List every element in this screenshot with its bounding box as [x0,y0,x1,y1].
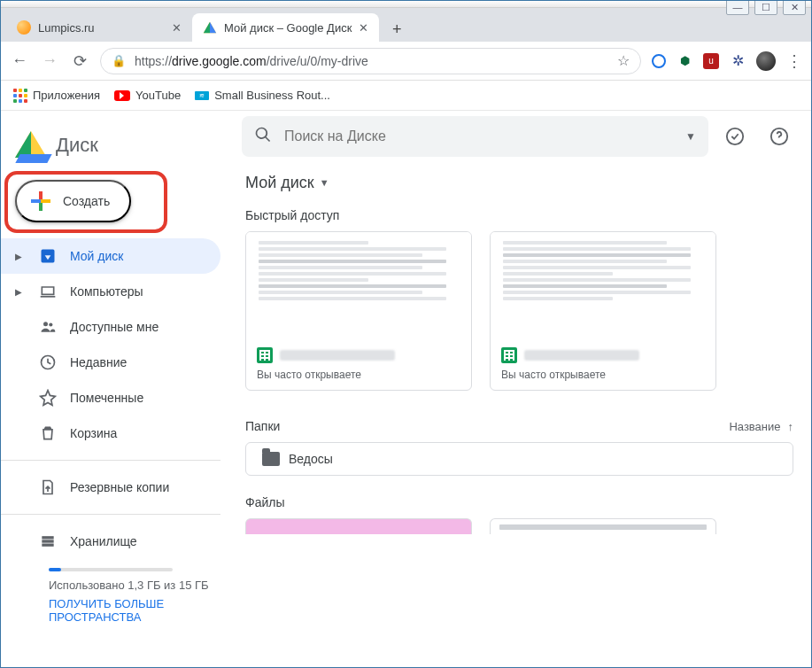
bookmark-label: YouTube [135,89,181,102]
ready-offline-button[interactable] [717,119,753,154]
forward-button[interactable]: → [40,51,59,70]
browser-menu-button[interactable]: ⋮ [786,51,802,71]
storage-meter: Использовано 1,3 ГБ из 15 ГБ ПОЛУЧИТЬ БО… [1,559,228,624]
upgrade-storage-link[interactable]: ПОЛУЧИТЬ БОЛЬШЕ ПРОСТРАНСТВА [49,597,210,624]
file-card[interactable] [490,518,716,534]
browser-tabstrip: Lumpics.ru ✕ Мой диск – Google Диск ✕ + [1,8,811,42]
sheets-icon [501,347,517,363]
file-card[interactable] [245,518,472,534]
browser-tab-lumpics[interactable]: Lumpics.ru ✕ [6,13,192,42]
url-path: /drive/u/0/my-drive [267,54,368,68]
search-box[interactable]: ▼ [242,116,708,157]
svg-rect-4 [42,540,53,542]
folder-item[interactable]: Ведосы [245,442,793,476]
svg-rect-3 [42,536,53,539]
file-name-redacted [280,350,395,361]
sort-button[interactable]: Название ↑ [729,420,793,433]
sidebar-item-starred[interactable]: Помеченные [1,380,220,416]
new-tab-button[interactable]: + [384,17,409,42]
drive-icon [38,246,58,266]
quick-access-card[interactable]: Вы часто открываете [245,231,472,391]
section-quick-access: Быстрый доступ [228,203,811,231]
section-folders: Папки [245,419,280,433]
new-button[interactable]: Создать [15,180,131,222]
window-maximize-button[interactable]: ☐ [754,0,777,15]
sidebar-item-mydrive[interactable]: ▶ Мой диск [1,238,220,274]
browser-toolbar: ← → ⟳ 🔒 https://drive.google.com/drive/u… [1,42,811,81]
extension-ublock-icon[interactable]: u [703,53,719,69]
url-host: drive.google.com [172,54,267,68]
help-button[interactable] [762,119,797,154]
bookmarks-bar: Приложения YouTube ≋ Small Business Rout… [1,81,811,111]
clock-icon [38,353,58,372]
sidebar-item-backups[interactable]: Резервные копии [1,470,220,505]
drive-title: Диск [56,134,98,157]
trash-icon [38,423,58,443]
folder-name: Ведосы [289,452,333,466]
tab-title: Мой диск – Google Диск [224,21,352,35]
file-thumbnail [246,232,471,338]
backups-icon [38,478,58,497]
browser-tab-drive[interactable]: Мой диск – Google Диск ✕ [192,13,379,42]
new-button-label: Создать [63,194,110,208]
topbar: ▼ [228,111,811,162]
quick-access-card[interactable]: Вы часто открываете [490,231,716,391]
main-content: ▼ Мой диск ▼ Быстрый доступ Вы часто от [228,111,811,668]
bookmark-apps[interactable]: Приложения [13,89,100,103]
sidebar: Диск Создать ▶ Мой диск ▶ Компьютеры [1,111,228,668]
close-icon[interactable]: ✕ [172,21,182,35]
svg-point-0 [43,322,48,326]
svg-point-6 [727,128,743,144]
divider [1,460,220,461]
chevron-down-icon: ▼ [320,177,329,188]
sidebar-item-label: Корзина [70,426,117,440]
sidebar-item-computers[interactable]: ▶ Компьютеры [1,274,220,309]
breadcrumb[interactable]: Мой диск ▼ [228,162,811,203]
close-icon[interactable]: ✕ [359,21,368,35]
extension-cube-icon[interactable]: ⬢ [677,53,692,69]
drive-brand[interactable]: Диск [1,120,228,171]
sidebar-item-storage[interactable]: Хранилище [1,524,220,559]
profile-avatar[interactable] [756,51,776,71]
sidebar-item-label: Доступные мне [70,320,159,334]
storage-bar [49,568,173,571]
svg-rect-5 [42,544,53,547]
sidebar-item-trash[interactable]: Корзина [1,416,220,451]
computers-icon [38,282,58,301]
bookmark-star-icon[interactable]: ☆ [617,52,630,69]
sidebar-item-shared[interactable]: Доступные мне [1,309,220,345]
quick-access-subtitle: Вы часто открываете [501,369,705,381]
breadcrumb-label: Мой диск [245,174,314,192]
window-close-button[interactable]: ✕ [783,0,806,15]
reload-button[interactable]: ⟳ [70,51,89,71]
storage-used-text: Использовано 1,3 ГБ из 15 ГБ [49,579,210,592]
quick-access-subtitle: Вы часто открываете [257,369,460,381]
bookmark-label: Приложения [33,89,100,102]
sidebar-item-label: Мой диск [70,249,123,263]
sidebar-item-label: Компьютеры [70,284,143,299]
search-options-icon[interactable]: ▼ [685,130,696,143]
sidebar-item-label: Хранилище [70,534,137,548]
site-icon: ≋ [195,91,209,100]
expand-caret-icon[interactable]: ▶ [15,252,26,261]
window-minimize-button[interactable]: ― [726,0,749,15]
arrow-up-icon: ↑ [788,420,794,433]
sidebar-item-recent[interactable]: Недавние [1,345,220,380]
expand-caret-icon[interactable]: ▶ [15,287,26,297]
extension-gear-icon[interactable]: ✲ [730,53,746,69]
drive-logo-icon [15,131,47,159]
bookmark-sbr[interactable]: ≋ Small Business Rout... [195,89,330,102]
search-input[interactable] [284,128,673,144]
bookmark-youtube[interactable]: YouTube [114,89,181,102]
sort-label: Название [729,420,780,433]
lock-icon: 🔒 [112,54,126,67]
plus-icon [29,190,52,213]
back-button[interactable]: ← [10,51,29,70]
section-files: Файлы [228,490,811,518]
folder-icon [262,452,280,466]
sidebar-item-label: Резервные копии [70,480,169,494]
drive-app: Диск Создать ▶ Мой диск ▶ Компьютеры [1,111,811,668]
extension-globe-icon[interactable] [652,54,666,68]
address-bar[interactable]: 🔒 https://drive.google.com/drive/u/0/my-… [100,48,641,74]
file-name-redacted [524,350,639,361]
